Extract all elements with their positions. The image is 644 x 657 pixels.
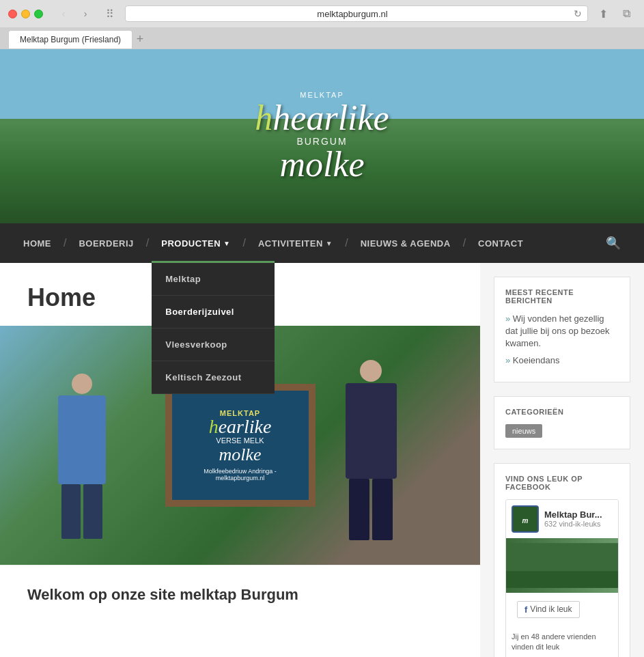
facebook-like-button[interactable]: f Vind ik leuk (517, 601, 580, 618)
person-head (72, 374, 92, 394)
nav-sep-4: / (342, 237, 350, 249)
dropdown-melktap[interactable]: Melktap (152, 263, 275, 296)
svg-rect-3 (506, 571, 618, 588)
website: MELKTAP hhearlike BURGUM molke HOME / BO… (0, 49, 644, 657)
sidebar: MEEST RECENTE BERICHTEN Wij vonden het g… (480, 263, 644, 657)
fb-page-thumbnail: m (513, 507, 537, 531)
person-body (58, 395, 106, 484)
search-icon[interactable]: 🔍 (596, 223, 630, 263)
nav-producten[interactable]: PRODUCTEN ▼ Melktap Boerderijzuivel Vlee… (152, 226, 240, 261)
producten-dropdown: Melktap Boerderijzuivel Vleesverkoop Kel… (152, 261, 275, 394)
minimize-button[interactable] (21, 10, 30, 18)
nav-sep-2: / (143, 237, 152, 249)
page-content: Home MELKTAP hearlike VERSE MELK molke M… (0, 263, 644, 657)
recent-post-1[interactable]: Wij vonden het gezellig dat jullie bij o… (505, 313, 619, 350)
person-left (55, 374, 109, 565)
nav-sep-5: / (460, 237, 468, 249)
sign-text-5: Molkfeebedriuw Andringa - melktapburgum.… (179, 468, 302, 481)
nav-nieuws[interactable]: NIEUWS & AGENDA (351, 226, 460, 261)
facebook-page-name: Melktap Bur... (544, 509, 602, 520)
facebook-cover-image (506, 538, 618, 593)
welcome-section: Welkom op onze site melktap Burgum (0, 565, 480, 624)
tabs-button[interactable]: ⧉ (617, 6, 636, 21)
nav-items: HOME / BOERDERIJ / PRODUCTEN ▼ Melktap B… (14, 226, 596, 261)
leg-right (83, 484, 102, 539)
logo-area: MELKTAP hhearlike BURGUM molke (255, 91, 389, 182)
url-text: melktapburgum.nl (131, 9, 574, 19)
titlebar: ‹ › ⠿ melktapburgum.nl ↻ ⬆ ⧉ (0, 0, 644, 27)
browser-chrome: ‹ › ⠿ melktapburgum.nl ↻ ⬆ ⧉ Melktap Bur… (0, 0, 644, 49)
reload-button[interactable]: ↻ (574, 8, 582, 19)
facebook-title: VIND ONS LEUK OP FACEBOOK (505, 475, 619, 491)
grid-button[interactable]: ⠿ (100, 6, 120, 21)
nav-sep-1: / (61, 237, 69, 249)
recent-posts-section: MEEST RECENTE BERICHTEN Wij vonden het g… (494, 277, 630, 382)
leg-left (61, 484, 81, 539)
leg-left-2 (349, 479, 369, 540)
forward-button[interactable]: › (76, 6, 95, 21)
welcome-title: Welkom op onze site melktap Burgum (27, 586, 453, 604)
recent-post-2[interactable]: Koeiendans (505, 354, 619, 367)
facebook-widget: m Melktap Bur... 632 vind-ik-leuks (505, 499, 619, 657)
facebook-likes-count: 632 vind-ik-leuks (544, 520, 602, 528)
dropdown-keltisch[interactable]: Keltisch Zeezout (152, 361, 275, 394)
person-head-2 (360, 360, 382, 382)
tab-bar: Melktap Burgum (Friesland) + (0, 27, 644, 48)
recent-posts-title: MEEST RECENTE BERICHTEN (505, 288, 619, 305)
nav-sep-3: / (240, 237, 249, 249)
window-buttons (8, 10, 43, 18)
nav-boerderij[interactable]: BOERDERIJ (69, 226, 143, 261)
close-button[interactable] (8, 10, 17, 18)
chevron-down-icon-2: ▼ (326, 240, 333, 247)
maximize-button[interactable] (34, 10, 43, 18)
nav-buttons: ‹ › (54, 6, 95, 21)
person-right (344, 360, 398, 565)
nav-home[interactable]: HOME (14, 226, 61, 261)
leg-right-2 (372, 479, 393, 540)
nav-contact[interactable]: CONTACT (468, 226, 533, 261)
sign-board: MELKTAP hearlike VERSE MELK molke Molkfe… (165, 384, 316, 507)
back-button[interactable]: ‹ (54, 6, 73, 21)
facebook-page-info: Melktap Bur... 632 vind-ik-leuks (544, 509, 602, 528)
category-nieuws[interactable]: nieuws (505, 424, 542, 438)
toolbar-right: ⬆ ⧉ (593, 6, 636, 21)
chevron-down-icon: ▼ (223, 240, 230, 247)
categories-title: CATEGORIEËN (505, 408, 619, 416)
logo-main-text: hhearlike (255, 100, 389, 136)
main-navigation: HOME / BOERDERIJ / PRODUCTEN ▼ Melktap B… (0, 223, 644, 263)
sign-text-3: VERSE MELK (216, 436, 264, 445)
facebook-logo-icon: m (512, 505, 539, 533)
facebook-section: VIND ONS LEUK OP FACEBOOK m Melktap Bur.… (494, 463, 630, 657)
new-tab-button[interactable]: + (132, 32, 148, 47)
facebook-header: m Melktap Bur... 632 vind-ik-leuks (506, 500, 618, 538)
dropdown-boerderijzuivel[interactable]: Boerderijzuivel (152, 296, 275, 328)
address-bar[interactable]: melktapburgum.nl ↻ (125, 5, 588, 22)
logo-molke-text: molke (255, 147, 389, 182)
person-legs (55, 484, 109, 539)
sign-text-4: molke (219, 445, 261, 465)
person-body-2 (346, 383, 397, 479)
thumbs-up-icon: f (524, 604, 527, 615)
nav-activiteiten[interactable]: ACTIVITEITEN ▼ (249, 226, 342, 261)
sign-text-2: hearlike (209, 417, 272, 436)
dropdown-vleesverkoop[interactable]: Vleesverkoop (152, 328, 275, 361)
fb-cover-svg (506, 538, 618, 593)
hero-section: MELKTAP hhearlike BURGUM molke (0, 49, 644, 223)
facebook-friends-area: Jij en 48 andere vrienden vinden dit leu… (506, 626, 618, 657)
share-button[interactable]: ⬆ (593, 6, 613, 21)
person-legs-2 (344, 479, 398, 540)
svg-text:m: m (522, 517, 529, 525)
facebook-like-area: f Vind ik leuk (506, 593, 618, 626)
categories-section: CATEGORIEËN nieuws (494, 396, 630, 449)
active-tab[interactable]: Melktap Burgum (Friesland) (8, 30, 132, 48)
